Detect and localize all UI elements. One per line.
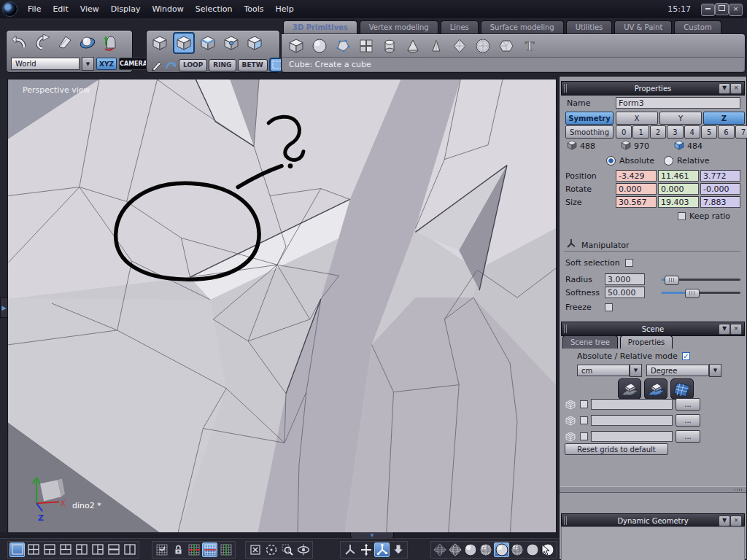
panel-grip-icon[interactable] <box>564 84 568 93</box>
geodesic-tool-button[interactable] <box>473 36 493 56</box>
tab-3d-primitives[interactable]: 3D Primitives <box>283 20 357 34</box>
tab-uv-paint[interactable]: UV & Paint <box>614 20 672 34</box>
grid-3-browse-button[interactable]: ... <box>676 430 700 443</box>
smoothing-level-4-button[interactable]: 4 <box>684 125 700 139</box>
smoothing-button[interactable]: Smoothing <box>565 125 614 139</box>
grid-yz-button[interactable] <box>218 542 233 557</box>
dynamic-geometry-titlebar[interactable]: Dynamic Geometry ▼ × <box>561 513 745 528</box>
tab-utilities[interactable]: Utilities <box>566 20 613 34</box>
world-selector-arrow-icon[interactable]: ▼ <box>82 57 94 71</box>
softness-slider-handle[interactable] <box>685 289 700 298</box>
text3d-tool-button[interactable]: T <box>519 36 540 56</box>
grid-2-input[interactable] <box>591 415 673 426</box>
translate-button[interactable] <box>358 542 374 557</box>
size-x-input[interactable] <box>616 196 657 208</box>
panel-close-icon[interactable]: × <box>730 516 742 526</box>
polyhedron-tool-button[interactable] <box>496 36 516 56</box>
cone-tool-button[interactable] <box>403 36 423 56</box>
viewport-canvas[interactable]: X Z <box>8 79 556 537</box>
unit-dropdown[interactable]: cm <box>577 365 630 376</box>
grid-3-input[interactable] <box>591 431 673 442</box>
smoothing-level-1-button[interactable]: 1 <box>632 125 649 139</box>
soft-selection-checkbox[interactable] <box>625 259 633 267</box>
radius-input[interactable] <box>605 273 645 285</box>
select-ring-button[interactable]: RING <box>209 59 236 71</box>
layout-columns-button[interactable] <box>122 542 137 557</box>
absolute-relative-mode-checkbox[interactable]: ✓ <box>682 352 690 360</box>
cube-plain-button[interactable] <box>150 33 170 53</box>
menu-item-window[interactable]: Window <box>146 4 189 14</box>
layout-rows-button[interactable] <box>106 542 121 557</box>
flat-button[interactable] <box>525 542 540 557</box>
grid-tool-button[interactable] <box>356 36 376 56</box>
orbit-button[interactable] <box>77 32 98 52</box>
camera-button[interactable]: CAMERA <box>119 58 148 70</box>
softness-input[interactable] <box>605 287 645 298</box>
shear-button[interactable] <box>55 32 75 52</box>
redo-button[interactable] <box>32 32 53 52</box>
shaded-sel-button[interactable] <box>494 542 508 557</box>
name-input[interactable] <box>616 97 740 109</box>
eraser-grid-blue-button[interactable] <box>644 378 667 400</box>
select-loop-button[interactable]: LOOP <box>179 59 207 71</box>
wire-shaded-button[interactable] <box>510 542 525 557</box>
symmetry-axis-x-button[interactable]: X <box>616 112 658 125</box>
absolute-radio[interactable] <box>606 156 616 166</box>
grid-1-browse-button[interactable]: ... <box>676 398 700 411</box>
grid-2-checkbox[interactable] <box>580 416 588 424</box>
window-maximize-button[interactable] <box>715 3 729 15</box>
panel-collapse-icon[interactable]: ▼ <box>719 324 730 335</box>
symmetry-axis-z-button[interactable]: Z <box>703 112 745 125</box>
smoothing-level-3-button[interactable]: 3 <box>667 125 683 139</box>
app-logo-icon[interactable] <box>2 1 18 17</box>
layout-bottom-wide-button[interactable] <box>58 542 73 557</box>
panel-collapse-icon[interactable]: ▼ <box>719 83 730 94</box>
smoothing-level-7-button[interactable]: 7 <box>735 125 747 139</box>
cylinder-tool-button[interactable] <box>379 36 400 56</box>
panel-collapse-icon[interactable]: ▼ <box>719 516 730 526</box>
cube-vertex-button[interactable] <box>221 33 241 53</box>
calculator-grid-button[interactable] <box>670 378 694 400</box>
drop-button[interactable] <box>390 542 406 557</box>
smoothing-level-0-button[interactable]: 0 <box>616 125 632 139</box>
grid-xz-button[interactable] <box>202 542 217 557</box>
wire-light-button[interactable] <box>448 542 462 557</box>
size-z-input[interactable] <box>700 196 740 208</box>
visibility-eye-button[interactable] <box>295 542 311 557</box>
radius-slider[interactable] <box>662 279 740 281</box>
smoothing-level-6-button[interactable]: 6 <box>718 125 734 139</box>
curve-button[interactable] <box>164 58 177 71</box>
pen-button[interactable] <box>150 58 163 71</box>
angle-dropdown-arrow-icon[interactable]: ▼ <box>709 364 721 377</box>
xyz-button[interactable]: XYZ <box>96 58 117 70</box>
viewport[interactable]: X Z Perspective view dino2 * <box>7 79 557 538</box>
layout-right-split-button[interactable] <box>90 542 105 557</box>
smoothing-level-5-button[interactable]: 5 <box>701 125 717 139</box>
scene-tab-scene-tree[interactable]: Scene tree <box>562 335 618 349</box>
tab-vertex-modeling[interactable]: Vertex modeling <box>360 20 438 34</box>
grid-2-browse-button[interactable]: ... <box>676 414 700 427</box>
fit-view-button[interactable] <box>247 542 263 557</box>
shaded-button[interactable] <box>463 542 478 557</box>
menu-item-edit[interactable]: Edit <box>47 4 74 14</box>
facet-tool-button[interactable] <box>333 36 353 56</box>
menu-item-display[interactable]: Display <box>105 4 147 14</box>
undo-button[interactable] <box>9 32 30 52</box>
grid-xy-button[interactable] <box>186 542 201 557</box>
wire-dark-button[interactable] <box>433 542 447 557</box>
ghost-button[interactable] <box>100 32 120 52</box>
grid-1-input[interactable] <box>591 399 673 410</box>
grid-3-checkbox[interactable] <box>580 432 588 440</box>
angle-dropdown[interactable]: Degree <box>646 365 709 376</box>
sphere-tool-button[interactable] <box>309 36 330 56</box>
layout-quad-button[interactable] <box>26 542 41 557</box>
panel-close-icon[interactable]: × <box>730 83 742 94</box>
radius-slider-handle[interactable] <box>665 276 679 285</box>
tab-surface-modeling[interactable]: Surface modeling <box>481 20 564 34</box>
cube-face-button[interactable] <box>244 33 265 53</box>
world-selector[interactable]: World <box>11 58 80 70</box>
panel-grip-icon[interactable] <box>564 324 568 333</box>
panel-grip-icon[interactable] <box>564 516 568 525</box>
layout-top-wide-button[interactable] <box>42 542 57 557</box>
grid-1-checkbox[interactable] <box>580 400 588 408</box>
